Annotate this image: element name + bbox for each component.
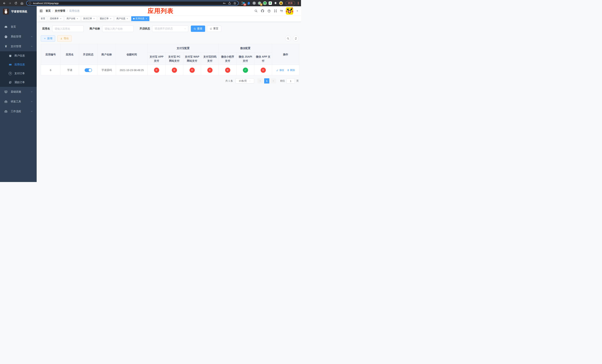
extensions-puzzle-icon[interactable]	[274, 1, 278, 5]
extension-y-icon[interactable]: y	[263, 1, 267, 5]
browser-menu-icon[interactable]: •••	[297, 2, 300, 5]
chrome-update-button[interactable]: 更新	[285, 1, 295, 5]
fullscreen-icon[interactable]	[274, 9, 277, 13]
delete-link[interactable]: 删除	[287, 68, 295, 72]
search-icon[interactable]	[254, 9, 258, 13]
chevron-down-icon	[31, 91, 33, 93]
tab-process-form[interactable]: 流程表单×	[48, 16, 64, 21]
next-page-button[interactable]	[270, 78, 276, 84]
reset-button[interactable]: 重置	[207, 26, 221, 32]
sidebar-item-workflow[interactable]: 工作流程	[0, 107, 37, 116]
goto-page-input[interactable]	[286, 78, 295, 84]
sidebar-logo[interactable]: 芋道管理系统	[0, 6, 37, 17]
cell-status	[79, 65, 97, 75]
profile-avatar-icon[interactable]	[279, 1, 283, 5]
edit-link[interactable]: 修改	[276, 68, 284, 72]
extension-chat-icon[interactable]	[269, 1, 272, 5]
sidebar-item-label: 系统管理	[11, 35, 31, 38]
search-icon	[287, 37, 289, 40]
delete-link-label: 删除	[290, 68, 295, 72]
chevron-down-icon	[31, 35, 33, 38]
chevron-down-icon	[31, 110, 33, 113]
tags-view: 首页 流程表单× 用户分组× 支付订单× 退款订单× 商户信息× 应用信息×	[37, 16, 301, 22]
refresh-table-button[interactable]	[293, 36, 299, 42]
merchant-name-label: 商户名称	[90, 27, 100, 30]
merchant-name-input[interactable]	[102, 25, 134, 32]
search-button-label: 搜索	[197, 27, 202, 30]
tab-refund-order[interactable]: 退款订单×	[98, 16, 114, 21]
search-button[interactable]: 搜索	[191, 26, 205, 32]
font-size-icon[interactable]: TT	[280, 10, 283, 12]
tab-pay-order[interactable]: 支付订单×	[81, 16, 97, 21]
status-select[interactable]: 请选择开启状态	[152, 25, 188, 32]
prev-page-button[interactable]	[258, 78, 263, 84]
add-button[interactable]: ＋ 新增	[41, 35, 55, 42]
tab-home[interactable]: 首页	[39, 16, 47, 21]
page-info-icon[interactable]: i	[29, 2, 31, 5]
close-icon[interactable]: ×	[145, 18, 148, 20]
close-icon[interactable]: ×	[76, 18, 78, 20]
sidebar-item-app-info[interactable]: 应用信息	[0, 60, 37, 69]
sidebar-item-payment[interactable]: ¥ 支付管理	[0, 42, 37, 51]
close-icon[interactable]: ×	[126, 18, 129, 20]
alipay-wap-status-icon: ✕	[190, 68, 195, 73]
sidebar-item-merchant-info[interactable]: 商户信息	[0, 51, 37, 60]
close-icon[interactable]: ×	[110, 18, 112, 20]
sidebar-item-label: 首页	[11, 25, 33, 29]
goto-prefix-label: 前往	[280, 79, 285, 83]
app-name-input[interactable]	[52, 25, 84, 32]
sidebar-item-refund-order[interactable]: 退款订单	[0, 78, 37, 87]
status-toggle[interactable]	[85, 68, 92, 72]
sidebar-item-home[interactable]: 首页	[0, 22, 37, 32]
browser-home-icon[interactable]	[19, 0, 24, 6]
goto-suffix-label: 页	[296, 79, 299, 83]
cell-created: 2021-10-23 08:49:25	[116, 65, 148, 75]
refresh-icon	[210, 28, 212, 30]
sidebar-item-system[interactable]: 系统管理	[0, 32, 37, 42]
extension-camera-icon[interactable]: 1	[258, 1, 261, 5]
share-icon[interactable]	[228, 2, 231, 5]
col-header-wx-app: 微信 APP 支付	[254, 53, 272, 65]
tab-user-group[interactable]: 用户分组×	[64, 16, 80, 21]
tab-app-info[interactable]: 应用信息×	[131, 16, 149, 21]
sidebar-item-pay-order[interactable]: ¥ 支付订单	[0, 69, 37, 78]
breadcrumb-payment[interactable]: 支付管理	[55, 9, 65, 13]
page-number-button[interactable]: 1	[264, 78, 269, 84]
close-icon[interactable]: ×	[60, 18, 62, 20]
extension-balloon-icon[interactable]	[247, 1, 251, 5]
page-size-select[interactable]: 10条/页	[236, 78, 254, 84]
breadcrumb-home[interactable]: 首页	[45, 9, 51, 13]
browser-reload-icon[interactable]	[13, 0, 19, 6]
browser-back-icon[interactable]	[1, 0, 7, 6]
sidebar-item-label: 工作流程	[11, 110, 31, 113]
browser-forward-icon[interactable]	[7, 0, 13, 6]
sidebar-item-infrastructure[interactable]: 基础设施	[0, 87, 37, 97]
avatar-caret-icon[interactable]	[296, 10, 298, 12]
toggle-search-button[interactable]	[285, 36, 291, 42]
sidebar-fold-icon[interactable]	[37, 6, 45, 16]
extension-badge: 10	[243, 3, 246, 6]
breadcrumb-current: 应用信息	[69, 9, 80, 13]
github-icon[interactable]	[261, 9, 264, 13]
alipay-qr-status-icon: ✕	[207, 68, 213, 73]
extension-sketch-icon[interactable]: 10	[242, 1, 245, 5]
extension-command-icon[interactable]: ⌘	[252, 1, 256, 5]
col-header-wx-jsapi: 微信 JSAPI 支付	[236, 53, 254, 65]
address-bar[interactable]: i localhost:1024/pay/app	[26, 1, 239, 6]
password-key-icon[interactable]	[223, 2, 226, 5]
tab-merchant-info[interactable]: 商户信息×	[115, 16, 130, 21]
trash-icon	[287, 69, 289, 71]
cell-merchant: 芋道源码	[97, 65, 116, 75]
page-annotation-title: 应用列表	[148, 7, 174, 15]
close-icon[interactable]: ×	[93, 18, 95, 20]
edit-pen-icon	[276, 69, 279, 71]
cell-ops: 修改 删除	[272, 65, 299, 75]
export-button[interactable]: 导出	[57, 35, 72, 42]
user-avatar[interactable]	[286, 7, 293, 15]
sidebar-item-label: 商户信息	[14, 54, 25, 57]
sidebar-item-dev-tools[interactable]: 研发工具	[0, 97, 37, 107]
bookmark-star-icon[interactable]	[233, 2, 236, 5]
help-icon[interactable]	[267, 9, 271, 13]
navbar-actions: TT	[254, 7, 301, 15]
url-text[interactable]: localhost:1024/pay/app	[33, 2, 223, 5]
